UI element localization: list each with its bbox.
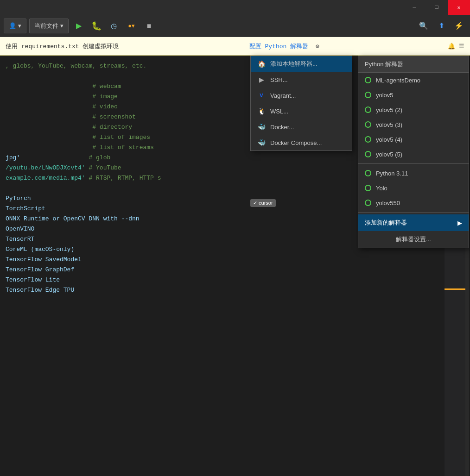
submenu-label-local: 添加本地解释器... (270, 60, 318, 68)
interpreter-item-yolov550[interactable]: yolov550 (358, 195, 469, 210)
minimize-button[interactable]: ─ (403, 0, 426, 15)
profile-button[interactable]: ◷ (107, 19, 121, 33)
more-run-button[interactable]: ●▾ (124, 19, 139, 33)
add-new-label: 添加新的解释器 (365, 219, 407, 227)
debug-button[interactable]: 🐛 (89, 19, 104, 33)
user-icon: 👤 (9, 22, 16, 29)
notification-text: 使用 requirements.txt 创建虚拟环境 (6, 42, 119, 50)
submenu-label-vagrant: Vagrant... (270, 92, 296, 99)
interp-label-yolov5-3: yolov5 (3) (376, 121, 402, 128)
notification-bar: 使用 requirements.txt 创建虚拟环境 配置 Python 解释器… (0, 37, 470, 56)
add-new-arrow: ▶ (457, 219, 462, 226)
scroll-marker-2 (445, 288, 467, 290)
interpreter-item-py311[interactable]: Python 3.11 (358, 166, 469, 181)
submenu-item-local[interactable]: 🏠 添加本地解释器... (251, 56, 352, 72)
wsl-icon: 🐧 (257, 107, 266, 115)
interpreter-item-yolov5[interactable]: yolov5 (358, 88, 469, 102)
submenu-label-ssh: SSH... (270, 76, 288, 83)
interp-dot-yolov5-2 (365, 106, 371, 113)
ssh-icon: ▶ (257, 75, 266, 84)
config-interpreter-link[interactable]: 配置 Python 解释器 (249, 42, 308, 50)
submenu-item-docker-compose[interactable]: 🐳 Docker Compose... (251, 135, 352, 150)
settings-label: 解释器设置... (396, 235, 431, 244)
interpreter-item-yolov5-2[interactable]: yolov5 (2) (358, 102, 469, 117)
interp-dot-ml (365, 77, 371, 83)
add-interpreter-submenu: 🏠 添加本地解释器... ▶ SSH... V Vagrant... 🐧 WSL… (250, 56, 352, 151)
interp-dot-py311 (365, 170, 371, 176)
submenu-label-docker: Docker... (270, 124, 294, 131)
stop-button[interactable]: ■ (142, 19, 157, 33)
current-file-label: 当前文件 ▾ (34, 22, 64, 30)
submenu-label-docker-compose: Docker Compose... (270, 139, 322, 146)
interp-label-ml: ML-agentsDemo (376, 77, 420, 84)
interp-label-yolov5-4: yolov5 (4) (376, 136, 402, 143)
titlebar-controls: ─ □ ✕ (403, 0, 470, 15)
interpreter-title: Python 解释器 (365, 60, 403, 69)
upload-button[interactable]: ⬆ (434, 19, 449, 33)
interp-label-py311: Python 3.11 (376, 170, 408, 177)
interpreter-header: Python 解释器 (358, 56, 469, 73)
interpreter-item-yolov5-4[interactable]: yolov5 (4) (358, 132, 469, 147)
main-area: , globs, YouTube, webcam, streams, etc. … (0, 56, 470, 476)
current-file-button[interactable]: 当前文件 ▾ (29, 19, 69, 33)
code-line-23: TensorFlow Edge TPU (0, 285, 442, 295)
separator-1 (358, 163, 469, 164)
interp-label-yolov5-2: yolov5 (2) (376, 106, 402, 113)
interp-dot-yolov5-3 (365, 121, 371, 128)
interpreter-item-ml[interactable]: ML-agentsDemo (358, 73, 469, 88)
gear-icon[interactable]: ⚙ (316, 43, 319, 50)
user-button[interactable]: 👤 ▾ (4, 19, 26, 33)
interp-label-yolo: Yolo (376, 185, 387, 192)
forward-button[interactable]: ⚡ (451, 19, 466, 33)
interpreter-item-yolov5-3[interactable]: yolov5 (3) (358, 117, 469, 132)
code-line-22: TensorFlow Lite (0, 275, 442, 285)
interp-label-yolov550: yolov550 (376, 200, 400, 207)
search-button[interactable]: 🔍 (416, 19, 431, 33)
interpreter-dropdown: Python 解释器 ML-agentsDemo yolov5 yolov5 (… (358, 56, 469, 248)
submenu-item-wsl[interactable]: 🐧 WSL... (251, 103, 352, 119)
titlebar: ─ □ ✕ (0, 0, 470, 15)
submenu-item-ssh[interactable]: ▶ SSH... (251, 72, 352, 88)
panel-icon: ☰ (459, 43, 464, 50)
interpreter-settings-button[interactable]: 解释器设置... (358, 231, 469, 248)
interpreter-item-yolov5-5[interactable]: yolov5 (5) (358, 147, 469, 162)
submenu-item-docker[interactable]: 🐳 Docker... (251, 119, 352, 135)
interp-label-yolov5: yolov5 (376, 92, 394, 99)
bell-icon: 🔔 (448, 43, 455, 50)
interp-label-yolov5-5: yolov5 (5) (376, 151, 402, 158)
separator-2 (358, 212, 469, 213)
interp-dot-yolov5-4 (365, 136, 371, 143)
submenu-item-vagrant[interactable]: V Vagrant... (251, 88, 352, 103)
interp-dot-yolov550 (365, 200, 371, 206)
maximize-button[interactable]: □ (426, 0, 448, 15)
add-new-interpreter-button[interactable]: 添加新的解释器 ▶ (358, 214, 469, 231)
docker-icon: 🐳 (257, 123, 266, 131)
interpreter-item-yolo[interactable]: Yolo (358, 181, 469, 195)
interp-dot-yolo (365, 185, 371, 191)
code-line-21: TensorFlow GraphDef (0, 265, 442, 275)
interp-dot-yolov5 (365, 92, 371, 98)
interp-dot-yolov5-5 (365, 151, 371, 157)
close-button[interactable]: ✕ (448, 0, 470, 15)
home-icon: 🏠 (257, 60, 266, 68)
submenu-label-wsl: WSL... (270, 108, 288, 115)
docker-compose-icon: 🐳 (257, 138, 266, 147)
vagrant-icon: V (257, 91, 266, 100)
code-line-20: TensorFlow SavedModel (0, 255, 442, 265)
toolbar: 👤 ▾ 当前文件 ▾ ▶ 🐛 ◷ ●▾ ■ 🔍 ⬆ ⚡ (0, 15, 470, 37)
run-button[interactable]: ▶ (71, 19, 86, 33)
